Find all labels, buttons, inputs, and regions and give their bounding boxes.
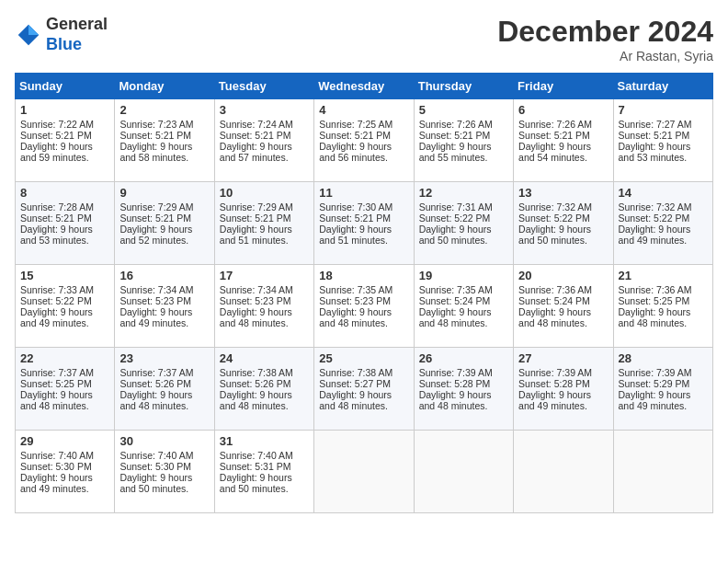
calendar-header-row: SundayMondayTuesdayWednesdayThursdayFrid… xyxy=(16,74,713,99)
cell-line: Sunrise: 7:40 AM xyxy=(20,450,109,461)
cell-line: Daylight: 9 hours xyxy=(518,141,608,152)
column-header-thursday: Thursday xyxy=(414,74,513,99)
cell-line: and 49 minutes. xyxy=(119,317,209,328)
cell-line: and 48 minutes. xyxy=(20,400,109,411)
calendar-body: 1Sunrise: 7:22 AMSunset: 5:21 PMDaylight… xyxy=(16,99,713,513)
day-number: 14 xyxy=(619,186,708,200)
cell-line: Daylight: 9 hours xyxy=(319,141,408,152)
day-number: 12 xyxy=(419,186,508,200)
cell-line: Sunrise: 7:26 AM xyxy=(518,119,608,130)
cell-line: Daylight: 9 hours xyxy=(319,306,408,317)
logo-general: General xyxy=(46,15,108,33)
cell-line: and 50 minutes. xyxy=(220,483,309,494)
cell-line: Sunset: 5:21 PM xyxy=(220,213,309,224)
day-number: 2 xyxy=(119,103,209,117)
cell-line: Sunset: 5:24 PM xyxy=(518,295,608,306)
day-number: 26 xyxy=(419,351,508,365)
calendar-cell: 7Sunrise: 7:27 AMSunset: 5:21 PMDaylight… xyxy=(613,99,712,182)
cell-line: Sunrise: 7:29 AM xyxy=(220,201,309,213)
cell-line: and 48 minutes. xyxy=(319,400,408,411)
calendar-cell: 14Sunrise: 7:32 AMSunset: 5:22 PMDayligh… xyxy=(613,182,712,265)
calendar-cell: 27Sunrise: 7:39 AMSunset: 5:28 PMDayligh… xyxy=(514,348,613,431)
title-block: December 2024 Ar Rastan, Syria xyxy=(497,15,713,63)
cell-line: Sunrise: 7:25 AM xyxy=(319,119,408,130)
column-header-monday: Monday xyxy=(115,74,214,99)
day-number: 13 xyxy=(518,186,608,200)
cell-line: and 48 minutes. xyxy=(119,400,209,411)
cell-line: Sunset: 5:26 PM xyxy=(119,378,209,389)
cell-line: Daylight: 9 hours xyxy=(20,472,109,483)
cell-line: Sunset: 5:30 PM xyxy=(119,461,209,472)
cell-line: Sunset: 5:23 PM xyxy=(220,295,309,306)
cell-line: Sunrise: 7:35 AM xyxy=(419,284,508,295)
cell-line: Sunrise: 7:27 AM xyxy=(619,119,708,130)
calendar-cell: 6Sunrise: 7:26 AMSunset: 5:21 PMDaylight… xyxy=(514,99,613,182)
calendar-week-3: 15Sunrise: 7:33 AMSunset: 5:22 PMDayligh… xyxy=(16,265,713,348)
calendar-cell: 18Sunrise: 7:35 AMSunset: 5:23 PMDayligh… xyxy=(314,265,414,348)
cell-line: Sunset: 5:27 PM xyxy=(319,378,408,389)
calendar-cell: 3Sunrise: 7:24 AMSunset: 5:21 PMDaylight… xyxy=(214,99,313,182)
day-number: 8 xyxy=(20,186,109,200)
day-number: 25 xyxy=(319,351,408,365)
cell-line: Sunrise: 7:24 AM xyxy=(220,119,309,130)
calendar-cell: 17Sunrise: 7:34 AMSunset: 5:23 PMDayligh… xyxy=(214,265,313,348)
cell-line: and 52 minutes. xyxy=(119,235,209,246)
cell-line: Sunrise: 7:40 AM xyxy=(119,450,209,461)
calendar-cell: 19Sunrise: 7:35 AMSunset: 5:24 PMDayligh… xyxy=(414,265,513,348)
calendar-cell: 13Sunrise: 7:32 AMSunset: 5:22 PMDayligh… xyxy=(514,182,613,265)
cell-line: and 49 minutes. xyxy=(20,483,109,494)
day-number: 11 xyxy=(319,186,408,200)
cell-line: and 54 minutes. xyxy=(518,152,608,163)
calendar-cell: 26Sunrise: 7:39 AMSunset: 5:28 PMDayligh… xyxy=(414,348,513,431)
day-number: 1 xyxy=(20,103,109,117)
logo-icon xyxy=(15,21,42,49)
cell-line: Sunrise: 7:33 AM xyxy=(20,284,109,295)
cell-line: Sunset: 5:30 PM xyxy=(20,461,109,472)
cell-line: Sunset: 5:23 PM xyxy=(119,295,209,306)
cell-line: Sunrise: 7:29 AM xyxy=(119,201,209,213)
calendar-cell: 9Sunrise: 7:29 AMSunset: 5:21 PMDaylight… xyxy=(115,182,214,265)
cell-line: Sunset: 5:21 PM xyxy=(119,130,209,141)
cell-line: and 49 minutes. xyxy=(619,235,708,246)
day-number: 31 xyxy=(220,434,309,448)
month-title: December 2024 xyxy=(497,15,713,49)
day-number: 21 xyxy=(619,269,708,282)
calendar-week-4: 22Sunrise: 7:37 AMSunset: 5:25 PMDayligh… xyxy=(16,348,713,431)
column-header-saturday: Saturday xyxy=(613,74,712,99)
day-number: 9 xyxy=(119,186,209,200)
day-number: 28 xyxy=(619,351,708,365)
cell-line: and 48 minutes. xyxy=(619,317,708,328)
cell-line: Daylight: 9 hours xyxy=(419,389,508,400)
cell-line: Sunrise: 7:39 AM xyxy=(518,367,608,378)
calendar-cell: 16Sunrise: 7:34 AMSunset: 5:23 PMDayligh… xyxy=(115,265,214,348)
cell-line: Sunset: 5:25 PM xyxy=(20,378,109,389)
calendar-cell: 5Sunrise: 7:26 AMSunset: 5:21 PMDaylight… xyxy=(414,99,513,182)
cell-line: Daylight: 9 hours xyxy=(119,472,209,483)
calendar-cell: 25Sunrise: 7:38 AMSunset: 5:27 PMDayligh… xyxy=(314,348,414,431)
cell-line: Sunrise: 7:31 AM xyxy=(419,201,508,213)
calendar-cell: 4Sunrise: 7:25 AMSunset: 5:21 PMDaylight… xyxy=(314,99,414,182)
calendar-cell: 1Sunrise: 7:22 AMSunset: 5:21 PMDaylight… xyxy=(16,99,115,182)
calendar-cell: 29Sunrise: 7:40 AMSunset: 5:30 PMDayligh… xyxy=(16,431,115,513)
cell-line: Sunset: 5:22 PM xyxy=(419,213,508,224)
day-number: 5 xyxy=(419,103,508,117)
day-number: 4 xyxy=(319,103,408,117)
cell-line: and 53 minutes. xyxy=(619,152,708,163)
cell-line: Sunrise: 7:26 AM xyxy=(419,119,508,130)
cell-line: Daylight: 9 hours xyxy=(619,141,708,152)
logo-blue: Blue xyxy=(46,35,82,53)
calendar-cell xyxy=(613,431,712,513)
cell-line: Daylight: 9 hours xyxy=(20,141,109,152)
cell-line: Sunrise: 7:37 AM xyxy=(20,367,109,378)
cell-line: Daylight: 9 hours xyxy=(220,306,309,317)
column-header-friday: Friday xyxy=(514,74,613,99)
cell-line: Daylight: 9 hours xyxy=(20,389,109,400)
cell-line: Sunrise: 7:39 AM xyxy=(619,367,708,378)
cell-line: and 48 minutes. xyxy=(419,317,508,328)
cell-line: Sunset: 5:25 PM xyxy=(619,295,708,306)
cell-line: Daylight: 9 hours xyxy=(119,141,209,152)
cell-line: and 49 minutes. xyxy=(518,400,608,411)
day-number: 6 xyxy=(518,103,608,117)
cell-line: Sunrise: 7:32 AM xyxy=(518,201,608,213)
cell-line: Sunrise: 7:39 AM xyxy=(419,367,508,378)
